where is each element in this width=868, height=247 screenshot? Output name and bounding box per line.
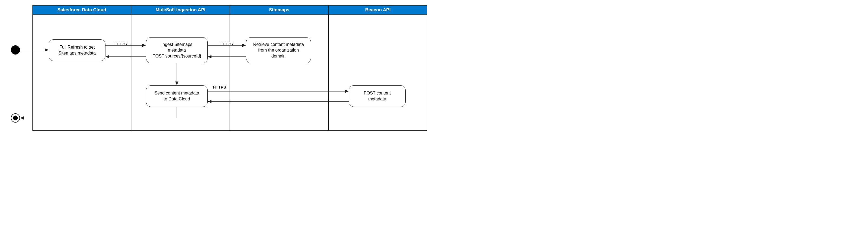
end-node	[11, 113, 20, 122]
node-text: Send content metadata	[154, 90, 199, 96]
start-node	[11, 45, 20, 55]
lane-header-sitemaps: Sitemaps	[230, 5, 329, 14]
lane-body-salesforce	[32, 14, 131, 131]
edge-label-https-1: HTTPS	[113, 42, 127, 46]
lane-header-mulesoft: MuleSoft Ingestion API	[131, 5, 230, 14]
node-text: POST content	[364, 90, 391, 96]
lane-header-beacon: Beacon API	[329, 5, 427, 14]
node-text: Sitemaps metadata	[58, 50, 96, 56]
node-text: POST sources/{sourceId}	[153, 53, 201, 59]
lane-header-salesforce: Salesforce Data Cloud	[32, 5, 131, 14]
node-text: metadata	[368, 96, 386, 102]
lane-body-mulesoft	[131, 14, 230, 131]
node-text: Retrieve content metadata	[253, 42, 304, 47]
node-text: domain	[272, 53, 285, 59]
node-post-content: POST content metadata	[349, 85, 406, 107]
node-full-refresh: Full Refresh to get Sitemaps metadata	[49, 39, 105, 61]
node-send-content: Send content metadata to Data Cloud	[146, 85, 208, 107]
lane-body-beacon	[329, 14, 427, 131]
node-text: Full Refresh to get	[60, 44, 95, 50]
edge-label-https-3: HTTPS	[212, 85, 226, 90]
node-text: to Data Cloud	[164, 96, 190, 102]
node-text: Ingest Sitemaps	[161, 42, 192, 47]
node-text: metadata	[168, 47, 186, 53]
node-retrieve-content: Retrieve content metadata from the organ…	[246, 37, 311, 63]
node-ingest-sitemaps: Ingest Sitemaps metadata POST sources/{s…	[146, 37, 208, 63]
node-text: from the organization	[258, 47, 299, 53]
lane-body-sitemaps	[230, 14, 329, 131]
edge-label-https-2: HTTPS	[219, 42, 234, 46]
swimlane-diagram: Salesforce Data Cloud MuleSoft Ingestion…	[5, 5, 427, 132]
